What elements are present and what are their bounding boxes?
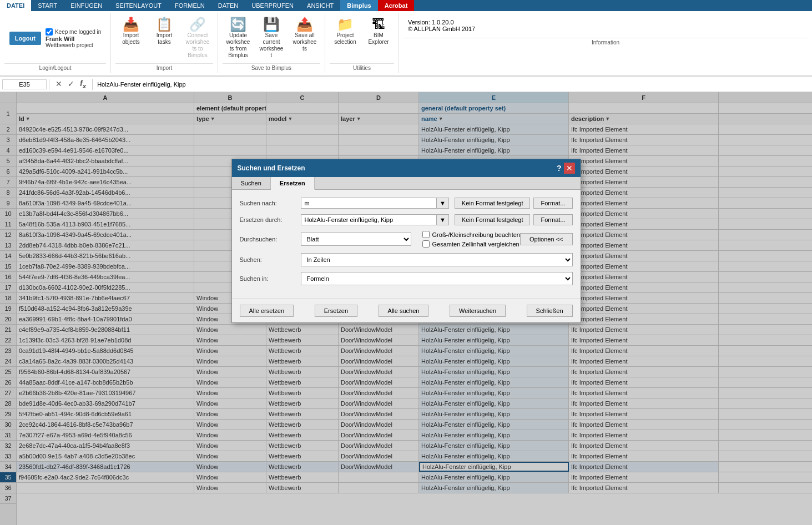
save-group-label: Save to Bimplus	[223, 63, 320, 71]
replace-label: Ersetzen durch:	[240, 216, 301, 223]
suchen-label: Suchen:	[240, 256, 301, 263]
import-tasks-label: Import tasks	[152, 32, 176, 46]
gesamten-row: Gesamten Zellinhalt vergleichen	[422, 240, 520, 248]
tab-einfuegen[interactable]: EINFÜGEN	[64, 0, 109, 11]
import-group: 📥 Import objects 📋 Import tasks 🔗 Connec…	[111, 13, 218, 73]
update-worksheets-label: Update worksheets from Bimplus	[226, 32, 250, 59]
utilities-group: 📁 Project selection 🏗 BIM Explorer Utili…	[325, 13, 399, 73]
ersetzen-button[interactable]: Ersetzen	[315, 305, 357, 317]
gesamten-checkbox[interactable]	[422, 240, 430, 248]
find-replace-dialog: Suchen und Ersetzen ? ✕ Suchen Ersetzen …	[231, 159, 581, 323]
version-label: Version: 1.0.20.0	[408, 19, 475, 26]
import-tasks-button[interactable]: 📋 Import tasks	[149, 16, 180, 48]
dialog-tab-suchen[interactable]: Suchen	[232, 177, 271, 189]
bim-explorer-label: BIM Explorer	[366, 32, 391, 46]
dialog-title-bar: Suchen und Ersetzen ? ✕	[232, 159, 581, 177]
tab-seitenlayout[interactable]: SEITENLAYOUT	[109, 0, 168, 11]
no-format-group: Kein Format festgelegt Format...	[455, 198, 573, 209]
connect-worksheets-icon: 🔗	[189, 18, 206, 31]
save-all-label: Save all worksheets	[292, 32, 317, 52]
dialog-overlay: Suchen und Ersetzen ? ✕ Suchen Ersetzen …	[0, 92, 812, 525]
durchsuchen-select[interactable]: Blatt	[301, 233, 411, 246]
copyright-label: © ALLPLAN GmbH 2017	[408, 26, 475, 32]
format-search-button[interactable]: Format...	[533, 198, 572, 209]
suchen-in-select[interactable]: Formeln	[301, 272, 573, 285]
update-worksheets-icon: 🔄	[230, 18, 246, 31]
save-current-button[interactable]: 💾 Save current worksheet	[256, 16, 287, 61]
import-group-label: Import	[115, 63, 213, 71]
search-input[interactable]	[301, 198, 436, 209]
replace-dropdown-arrow[interactable]: ▼	[436, 214, 449, 225]
tab-ansicht[interactable]: ANSICHT	[300, 0, 340, 11]
dialog-title: Suchen und Ersetzen	[238, 164, 305, 172]
weitersuchen-button[interactable]: Weitersuchen	[450, 305, 506, 317]
project-label: Wettbewerb project	[46, 42, 101, 48]
tab-formeln[interactable]: FORMELN	[168, 0, 211, 11]
optionen-button[interactable]: Optionen <<	[520, 233, 573, 245]
update-worksheets-button[interactable]: 🔄 Update worksheets from Bimplus	[223, 16, 254, 61]
tab-ueberpruefen[interactable]: ÜBERPRÜFEN	[245, 0, 300, 11]
schliessen-button[interactable]: Schließen	[527, 305, 573, 317]
gross-klein-row: Groß-/Kleinschreibung beachten	[422, 231, 520, 238]
durchsuchen-row: Durchsuchen: Blatt Groß-/Kleinschreibung…	[240, 231, 573, 248]
confirm-formula-icon[interactable]: ✓	[66, 79, 76, 89]
ribbon-tabs: DATEI START EINFÜGEN SEITENLAYOUT FORMEL…	[0, 0, 812, 11]
dialog-body: Suchen nach: ▼ Kein Format festgelegt Fo…	[232, 190, 581, 299]
format-replace-button[interactable]: Format...	[533, 214, 572, 225]
import-group-items: 📥 Import objects 📋 Import tasks 🔗 Connec…	[115, 16, 213, 61]
search-row: Suchen nach: ▼ Kein Format festgelegt Fo…	[240, 198, 573, 209]
search-dropdown-arrow[interactable]: ▼	[436, 198, 449, 209]
replace-row: Ersetzen durch: ▼ Kein Format festgelegt…	[240, 214, 573, 225]
tab-datei[interactable]: DATEI	[0, 0, 31, 11]
dialog-title-controls: ? ✕	[557, 163, 575, 174]
connect-worksheets-button[interactable]: 🔗 Connect worksheets to Bimplus	[182, 16, 213, 61]
replace-input[interactable]	[301, 214, 436, 225]
formula-input[interactable]	[95, 80, 810, 89]
cell-reference-input[interactable]	[2, 79, 47, 89]
dialog-help-button[interactable]: ?	[557, 164, 562, 173]
ribbon-content: Logout Keep me logged in Frank Will Wett…	[0, 11, 812, 76]
formula-bar-separator2	[92, 79, 93, 90]
gesamten-label: Gesamten Zellinhalt vergleichen	[432, 241, 520, 248]
login-group: Logout Keep me logged in Frank Will Wett…	[0, 13, 111, 73]
cancel-formula-icon[interactable]: ✕	[54, 79, 64, 89]
bim-explorer-button[interactable]: 🏗 BIM Explorer	[363, 16, 394, 48]
tab-daten[interactable]: DATEN	[211, 0, 245, 11]
project-selection-button[interactable]: 📁 Project selection	[330, 16, 361, 48]
suchen-in-label: Suchen in:	[240, 275, 301, 282]
information-group-label: Information	[404, 38, 808, 46]
formula-bar-separator	[49, 79, 49, 90]
import-tasks-icon: 📋	[156, 18, 173, 31]
insert-function-icon[interactable]: fx	[78, 78, 88, 90]
keep-logged-checkbox-row: Keep me logged in	[46, 28, 101, 36]
dialog-tabs: Suchen Ersetzen	[232, 177, 581, 190]
save-all-button[interactable]: 📤 Save all worksheets	[289, 16, 320, 54]
save-group-items: 🔄 Update worksheets from Bimplus 💾 Save …	[223, 16, 320, 61]
tab-bimplus[interactable]: Bimplus	[340, 0, 377, 11]
no-format-search-button[interactable]: Kein Format festgelegt	[455, 198, 531, 209]
alle-suchen-button[interactable]: Alle suchen	[379, 305, 429, 317]
dialog-footer: Alle ersetzen Ersetzen Alle suchen Weite…	[232, 299, 581, 322]
dialog-close-button[interactable]: ✕	[564, 163, 575, 174]
import-objects-button[interactable]: 📥 Import objects	[115, 16, 147, 48]
import-objects-icon: 📥	[123, 18, 139, 31]
gross-klein-checkbox[interactable]	[422, 231, 430, 238]
formula-icons: ✕ ✓ fx	[52, 78, 90, 90]
tab-start[interactable]: START	[31, 0, 64, 11]
dialog-tab-ersetzen[interactable]: Ersetzen	[271, 177, 315, 190]
suchen-in-row: Suchen in: Formeln	[240, 272, 573, 285]
suchen-select[interactable]: In Zeilen	[301, 253, 573, 266]
info-content: Version: 1.0.20.0 © ALLPLAN GmbH 2017	[404, 16, 480, 36]
keep-logged-label: Keep me logged in	[55, 29, 101, 35]
username-label: Frank Will	[46, 36, 101, 42]
search-label: Suchen nach:	[240, 200, 301, 206]
keep-logged-checkbox[interactable]	[46, 28, 53, 36]
alle-ersetzen-button[interactable]: Alle ersetzen	[240, 305, 294, 317]
no-format-replace-group: Kein Format festgelegt Format...	[455, 214, 573, 225]
tab-acrobat[interactable]: Acrobat	[378, 0, 415, 11]
project-selection-icon: 📁	[337, 18, 354, 31]
logout-button[interactable]: Logout	[9, 32, 41, 45]
no-format-replace-button[interactable]: Kein Format festgelegt	[455, 214, 531, 225]
search-combo: ▼	[301, 198, 449, 209]
connect-worksheets-label: Connect worksheets to Bimplus	[185, 32, 210, 59]
